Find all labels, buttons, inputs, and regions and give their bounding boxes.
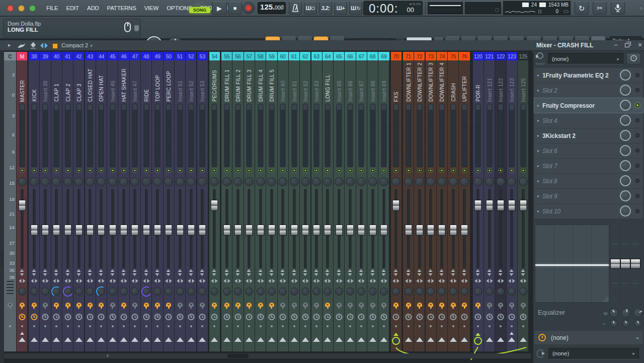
effect-slot-7[interactable]: ▸Slot 7 <box>534 159 643 173</box>
play-button[interactable]: ▶ <box>212 2 227 15</box>
route-to-master-icon[interactable] <box>313 337 320 342</box>
fx-dot-icon[interactable] <box>33 325 35 327</box>
slot-mix-knob[interactable] <box>620 160 631 171</box>
slot-enable-led[interactable] <box>635 194 639 198</box>
fx-dot-icon[interactable] <box>338 325 340 327</box>
pan-knob[interactable] <box>41 177 50 186</box>
track-name[interactable]: Insert 123 <box>507 61 517 103</box>
track-clock-icon[interactable] <box>461 314 468 320</box>
volume-fader-cap[interactable] <box>211 200 218 211</box>
pan-knob[interactable] <box>153 177 162 186</box>
track-clock-icon[interactable] <box>154 314 160 320</box>
tempo-stepper[interactable] <box>281 5 284 10</box>
mute-led[interactable] <box>248 169 251 172</box>
mute-led[interactable] <box>429 169 433 172</box>
route-to-master-icon[interactable] <box>188 337 195 342</box>
polarity-icon[interactable] <box>302 269 308 276</box>
volume-fader-cap[interactable] <box>427 225 435 236</box>
polarity-icon[interactable] <box>509 269 515 276</box>
route-to-master-icon[interactable] <box>486 337 493 342</box>
mixer-track-52[interactable]: 52Insert 52 <box>186 52 196 351</box>
slot-label[interactable]: Slot 6 <box>542 148 557 155</box>
peak-meter[interactable] <box>302 104 308 167</box>
swap-channels-icon[interactable] <box>64 278 71 284</box>
volume-fader-cap[interactable] <box>324 225 332 236</box>
polarity-icon[interactable] <box>336 269 342 276</box>
mixer-track-63[interactable]: 63Insert 63 <box>311 52 322 351</box>
route-caret-icon[interactable] <box>20 332 24 335</box>
track-number[interactable]: 51 <box>175 52 185 60</box>
mixer-track-56[interactable]: 56DRUM FILL 2 <box>232 52 243 351</box>
track-name[interactable]: Insert 60 <box>278 61 288 103</box>
pan-knob[interactable] <box>256 177 265 186</box>
pan-knob[interactable] <box>519 177 528 186</box>
polarity-icon[interactable] <box>258 269 263 276</box>
volume-fader-cap[interactable] <box>41 225 49 236</box>
stereo-separation-knob[interactable] <box>290 287 298 296</box>
pan-knob[interactable] <box>30 177 39 186</box>
stereo-separation-knob[interactable] <box>41 287 49 296</box>
mute-led[interactable] <box>326 169 330 172</box>
slot-enable-led[interactable] <box>635 149 639 153</box>
pan-knob[interactable] <box>437 177 446 186</box>
stereo-separation-knob[interactable] <box>427 287 435 296</box>
record-arm-icon[interactable] <box>498 302 504 309</box>
eq-fader-cap[interactable] <box>620 259 630 269</box>
pan-knob[interactable] <box>233 177 243 186</box>
peak-meter[interactable] <box>212 104 217 167</box>
stereo-separation-knob[interactable] <box>474 287 482 296</box>
polarity-icon[interactable] <box>99 269 104 276</box>
route-to-master-icon[interactable] <box>380 337 387 342</box>
mixer-track-68[interactable]: 68Insert 68 <box>367 52 378 351</box>
slot-label[interactable]: Slot 10 <box>542 208 560 215</box>
fx-dot-icon[interactable] <box>463 325 465 327</box>
route-to-master-icon[interactable] <box>64 337 71 342</box>
track-number[interactable]: 69 <box>378 52 389 60</box>
record-arm-icon[interactable] <box>110 302 116 309</box>
fx-dot-icon[interactable] <box>9 325 11 327</box>
track-name[interactable]: DRUM FILL 4 <box>255 61 266 103</box>
mute-led[interactable] <box>407 169 410 172</box>
fx-dot-icon[interactable] <box>441 325 443 327</box>
slot-enable-led[interactable] <box>635 133 639 137</box>
pan-knob[interactable] <box>187 177 196 186</box>
record-arm-icon[interactable] <box>325 302 331 309</box>
mixer-track-120[interactable]: 120POR-R <box>473 52 484 351</box>
pan-knob[interactable] <box>335 177 344 186</box>
pan-knob[interactable] <box>222 177 231 186</box>
polarity-icon[interactable] <box>406 269 411 276</box>
route-to-master-icon[interactable] <box>438 337 445 342</box>
stereo-separation-knob[interactable] <box>234 287 242 296</box>
pan-knob[interactable] <box>323 177 332 186</box>
track-clock-icon[interactable] <box>246 314 253 320</box>
mute-led[interactable] <box>77 169 80 172</box>
slot-label[interactable]: Slot 4 <box>542 117 557 124</box>
peak-meter[interactable] <box>200 104 205 167</box>
polarity-icon[interactable] <box>121 269 127 276</box>
volume-fader-cap[interactable] <box>199 225 206 236</box>
volume-fader-cap[interactable] <box>313 225 320 236</box>
record-arm-icon[interactable] <box>417 302 423 309</box>
swap-channels-icon[interactable] <box>336 278 342 284</box>
track-number[interactable]: 120 <box>473 52 484 60</box>
route-to-master-icon[interactable] <box>87 337 94 342</box>
track-number[interactable]: 55 <box>221 52 232 60</box>
volume-fader-cap[interactable] <box>290 225 298 236</box>
track-name[interactable]: Insert 39 <box>40 61 50 103</box>
mixer-track-44[interactable]: 44OPEN HAT <box>96 52 107 351</box>
volume-fader-cap[interactable] <box>234 225 242 236</box>
swap-channels-icon[interactable] <box>235 278 242 284</box>
swap-channels-icon[interactable] <box>461 278 468 284</box>
track-name[interactable]: FXS <box>391 61 401 103</box>
pan-knob[interactable] <box>74 177 84 186</box>
pan-knob[interactable] <box>164 177 173 186</box>
menu-item-add[interactable]: ADD <box>83 5 103 11</box>
fx-dot-icon[interactable] <box>315 325 317 327</box>
fx-dot-icon[interactable] <box>168 325 170 327</box>
slot-mix-knob[interactable] <box>620 175 631 186</box>
slot-mix-knob[interactable] <box>620 85 631 96</box>
mixer-track-42[interactable]: 42CLAP 3 <box>73 52 84 351</box>
record-arm-icon[interactable] <box>487 302 493 309</box>
route-to-master-icon[interactable] <box>347 337 354 342</box>
swap-channels-icon[interactable] <box>143 278 149 284</box>
